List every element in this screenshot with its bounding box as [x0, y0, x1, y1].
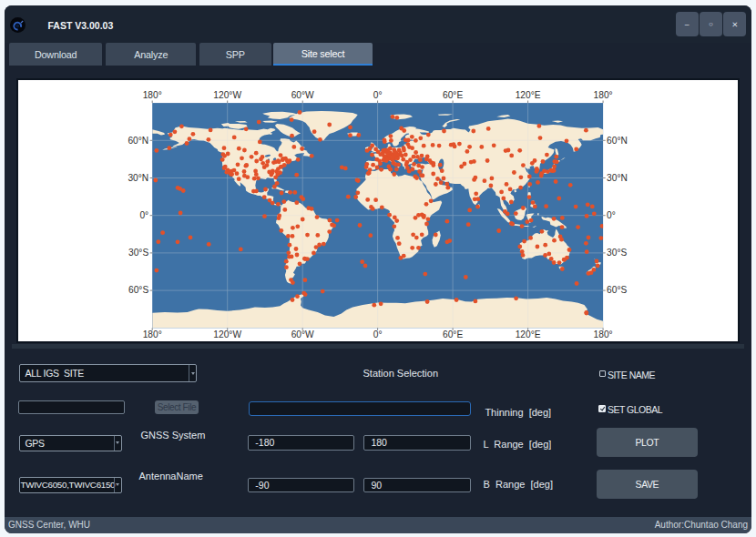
svg-text:60°E: 60°E	[443, 329, 463, 339]
svg-text:60°W: 60°W	[291, 329, 314, 339]
svg-text:30°N: 30°N	[128, 173, 149, 183]
svg-text:180°: 180°	[143, 329, 162, 339]
svg-text:30°S: 30°S	[128, 248, 148, 258]
svg-text:0°: 0°	[607, 210, 616, 220]
svg-text:120°W: 120°W	[214, 329, 242, 339]
svg-text:60°S: 60°S	[607, 286, 627, 296]
svg-text:30°S: 30°S	[607, 248, 627, 258]
svg-text:180°: 180°	[594, 90, 613, 100]
svg-text:180°: 180°	[594, 329, 613, 339]
svg-text:0°: 0°	[373, 329, 383, 339]
svg-text:60°S: 60°S	[128, 286, 148, 296]
svg-text:0°: 0°	[140, 210, 149, 220]
svg-text:120°E: 120°E	[516, 90, 541, 100]
svg-text:60°N: 60°N	[128, 136, 149, 146]
svg-text:30°N: 30°N	[607, 173, 628, 183]
svg-text:60°N: 60°N	[607, 136, 628, 146]
svg-text:120°W: 120°W	[214, 90, 242, 100]
svg-text:180°: 180°	[143, 90, 162, 100]
svg-text:60°W: 60°W	[291, 90, 314, 100]
svg-text:60°E: 60°E	[443, 90, 463, 100]
svg-text:0°: 0°	[373, 90, 383, 100]
svg-text:120°E: 120°E	[516, 329, 541, 339]
